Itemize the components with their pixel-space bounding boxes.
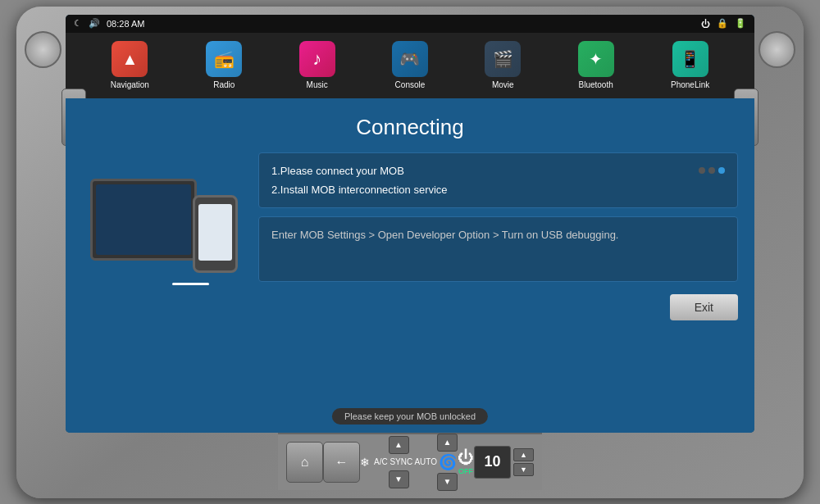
ac-label: A/C SYNC AUTO — [374, 457, 437, 466]
car-unit: ☾ 🔊 08:28 AM ⏻ 🔒 🔋 ▲ Navigation 📻 — [16, 7, 804, 498]
right-knob[interactable] — [758, 31, 795, 68]
phonelink-icon: 📱 — [672, 41, 708, 77]
back-button[interactable]: ← — [323, 442, 360, 483]
bottom-controls: ⌂ ← ▲ ❄ A/C SYNC AUTO ▼ ▲ 🌀 ▼ ⏻ OFF — [278, 433, 542, 490]
page-title: Connecting — [356, 115, 464, 140]
tablet-shape — [90, 179, 197, 261]
ac-icon: ❄ — [360, 456, 370, 469]
radio-label: Radio — [213, 80, 235, 89]
music-icon: ♪ — [299, 41, 335, 77]
app-radio[interactable]: 📻 Radio — [206, 41, 242, 89]
app-bluetooth[interactable]: ✦ Bluetooth — [578, 41, 614, 89]
app-phonelink[interactable]: 📱 PhoneLink — [671, 41, 709, 89]
number-up-button[interactable]: ▲ — [513, 448, 534, 461]
app-console[interactable]: 🎮 Console — [392, 41, 428, 89]
console-label: Console — [395, 80, 426, 89]
bluetooth-icon: ✦ — [578, 41, 614, 77]
number-display: 10 — [474, 446, 511, 479]
navigation-icon: ▲ — [112, 41, 148, 77]
speaker-icon: 🔊 — [89, 18, 100, 29]
device-illustration — [90, 170, 238, 302]
dot-2 — [708, 167, 715, 174]
left-knob[interactable] — [25, 31, 61, 68]
power-icon: ⏻ — [701, 19, 710, 29]
device-illustration-container — [82, 152, 246, 320]
console-icon: 🎮 — [392, 41, 428, 77]
screen: ☾ 🔊 08:28 AM ⏻ 🔒 🔋 ▲ Navigation 📻 — [66, 15, 754, 433]
power-button[interactable]: ⏻ — [458, 448, 474, 467]
app-navigation[interactable]: ▲ Navigation — [111, 41, 149, 89]
status-right: ⏻ 🔒 🔋 — [701, 18, 746, 29]
navigation-label: Navigation — [111, 80, 149, 89]
usb-cable — [172, 283, 209, 285]
fan-icon: 🌀 — [439, 453, 457, 471]
dot-3 — [718, 167, 725, 174]
bluetooth-label: Bluetooth — [579, 80, 613, 89]
app-bar: ▲ Navigation 📻 Radio ♪ Music 🎮 — [66, 33, 754, 98]
step-1: 1.Please connect your MOB — [271, 161, 725, 180]
lock-icon: 🔒 — [717, 18, 728, 29]
steps-box: 1.Please connect your MOB 2.Install MOB … — [258, 152, 738, 208]
phonelink-label: PhoneLink — [671, 80, 709, 89]
fan-up-button[interactable]: ▲ — [437, 434, 458, 452]
home-button[interactable]: ⌂ — [286, 442, 323, 483]
tablet-screen — [96, 184, 191, 255]
app-movie[interactable]: 🎬 Movie — [485, 41, 521, 89]
unlock-notice: Please keep your MOB unlocked — [332, 408, 488, 425]
music-label: Music — [307, 80, 328, 89]
status-time: 08:28 AM — [107, 19, 144, 29]
fan-down-button[interactable]: ▼ — [437, 473, 458, 491]
phone-screen — [198, 204, 232, 261]
step-2: 2.Install MOB interconnection service — [271, 180, 725, 199]
home-icon: ⌂ — [301, 455, 309, 470]
exit-button[interactable]: Exit — [670, 294, 738, 320]
ac-up-button[interactable]: ▲ — [389, 436, 409, 454]
app-music[interactable]: ♪ Music — [299, 41, 335, 89]
back-icon: ← — [335, 455, 348, 470]
number-down-button[interactable]: ▼ — [513, 463, 534, 476]
movie-label: Movie — [492, 80, 514, 89]
dot-1 — [699, 167, 705, 174]
info-panel: 1.Please connect your MOB 2.Install MOB … — [258, 152, 738, 320]
number-controls: ▲ ▼ — [513, 448, 534, 476]
ac-down-button[interactable]: ▼ — [389, 470, 409, 488]
movie-icon: 🎬 — [485, 41, 521, 77]
instruction-text: Enter MOB Settings > Open Developer Opti… — [271, 229, 618, 241]
main-content: Connecting — [66, 98, 754, 433]
battery-icon: 🔋 — [735, 18, 746, 29]
power-button-section: ⏻ OFF — [458, 448, 474, 475]
status-bar: ☾ 🔊 08:28 AM ⏻ 🔒 🔋 — [66, 15, 754, 33]
phone-shape — [193, 195, 238, 273]
instruction-box: Enter MOB Settings > Open Developer Opti… — [258, 216, 738, 282]
radio-icon: 📻 — [206, 41, 242, 77]
moon-icon: ☾ — [74, 18, 82, 29]
content-box: 1.Please connect your MOB 2.Install MOB … — [82, 152, 738, 320]
power-off-label: OFF — [458, 467, 473, 475]
status-left: ☾ 🔊 08:28 AM — [74, 18, 144, 29]
